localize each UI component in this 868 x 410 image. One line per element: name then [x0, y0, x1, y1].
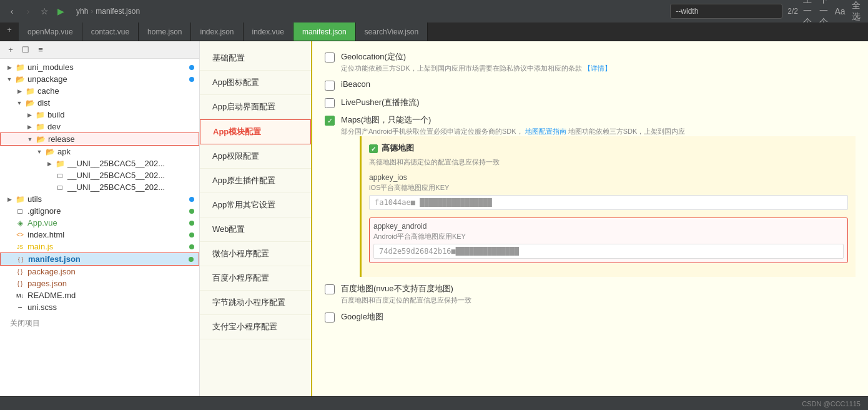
tree-item-pagesjson[interactable]: { }pages.json	[0, 278, 199, 289]
tree-icon-cache: 📁	[25, 87, 35, 96]
config-nav-bytedance[interactable]: 字节跳动小程序配置	[200, 291, 311, 315]
config-nav-basic[interactable]: 基础配置	[200, 46, 311, 71]
geolocation-desc-text: 定位功能依赖三方SDK，上架到国内应用市场需要在隐私协议中添加相应的条款	[341, 64, 582, 72]
tree-label-pagesjson: pages.json	[27, 279, 199, 288]
tab-manifest[interactable]: manifest.json	[293, 22, 356, 41]
tree-label-appvue: App.vue	[27, 218, 189, 228]
config-nav-web[interactable]: Web配置	[200, 218, 311, 242]
tab-add-button[interactable]: +	[2, 22, 16, 36]
appkey-ios-sublabel: iOS平台高德地图应用KEY	[369, 183, 848, 192]
tab-home[interactable]: home.json	[139, 22, 191, 41]
appkey-ios-input[interactable]	[369, 195, 848, 210]
maps-checkbox[interactable]: ✓	[325, 116, 335, 126]
tree-icon-uni2: □	[55, 171, 65, 180]
tree-arrow-release: ▼	[26, 136, 34, 142]
search-area: 2/2 上一个 下一个 Aa 全选	[670, 4, 863, 19]
tree-dot-manifestjson	[189, 257, 194, 262]
livepusher-row: LivePusher(直播推流)	[325, 97, 856, 108]
tree-arrow-cache: ▶	[15, 88, 24, 94]
sidebar-menu-button[interactable]: ≡	[35, 44, 46, 56]
tree-item-apk[interactable]: ▼📂apk	[0, 146, 199, 158]
tree-arrow-dev: ▶	[25, 124, 34, 130]
livepusher-checkbox[interactable]	[325, 98, 335, 108]
tree-item-indexhtml[interactable]: <>index.html	[0, 229, 199, 241]
config-nav-alipay[interactable]: 支付宝小程序配置	[200, 315, 311, 339]
tree-item-dist[interactable]: ▼📂dist	[0, 97, 199, 109]
tree-dot-appvue	[189, 221, 194, 226]
config-nav-weixin[interactable]: 微信小程序配置	[200, 242, 311, 266]
baidu-map-checkbox[interactable]	[325, 284, 335, 294]
google-map-checkbox[interactable]	[325, 312, 335, 322]
config-nav-app_splash[interactable]: App启动界面配置	[200, 95, 311, 119]
tree-item-mainjs[interactable]: JSmain.js	[0, 241, 199, 252]
ibeacon-checkbox[interactable]	[325, 81, 335, 91]
search-regex-button[interactable]: 全选	[849, 4, 863, 18]
sidebar-collapse-button[interactable]: ☐	[20, 44, 31, 56]
close-project-label[interactable]: 关闭项目	[0, 316, 199, 331]
tree-label-release: release	[48, 134, 199, 144]
geolocation-link[interactable]: 【详情】	[584, 64, 611, 72]
geolocation-checkbox[interactable]	[325, 52, 335, 62]
tree-item-uni1[interactable]: ▶📁__UNI__25BCAC5__202...	[0, 158, 199, 169]
tree-label-packagejson: package.json	[27, 267, 199, 276]
config-nav-app_icon[interactable]: App图标配置	[200, 71, 311, 95]
tab-openMap[interactable]: openMap.vue	[19, 22, 82, 41]
tree-item-uni_modules[interactable]: ▶📁uni_modules	[0, 61, 199, 73]
tab-contact[interactable]: contact.vue	[82, 22, 139, 41]
config-nav: 基础配置App图标配置App启动界面配置App模块配置App权限配置App原生插…	[200, 41, 312, 396]
maps-link[interactable]: 地图配置指南	[525, 128, 566, 135]
nav-back-button[interactable]: ‹	[5, 4, 19, 18]
tree-label-cache: cache	[37, 86, 199, 96]
appkey-android-input[interactable]	[373, 244, 844, 259]
tree-item-appvue[interactable]: ◈App.vue	[0, 217, 199, 229]
config-nav-app_plugin[interactable]: App原生插件配置	[200, 169, 311, 193]
search-next-button[interactable]: 下一个	[817, 4, 831, 18]
tree-item-gitignore[interactable]: □.gitignore	[0, 205, 199, 217]
search-controls: 2/2 上一个 下一个 Aa 全选	[787, 4, 863, 18]
tree-label-indexhtml: index.html	[27, 230, 189, 239]
breadcrumb-sep: ›	[91, 7, 93, 16]
nav-run-button[interactable]: ▶	[54, 4, 67, 18]
config-nav-app_other[interactable]: App常用其它设置	[200, 193, 311, 218]
gaode-checkbox[interactable]: ✓	[369, 144, 378, 153]
tree-item-uni3[interactable]: □__UNI__25BCAC5__202...	[0, 181, 199, 193]
tree-arrow-apk: ▼	[35, 149, 44, 155]
tabs-container: openMap.vuecontact.vuehome.jsonindex.jso…	[19, 22, 868, 41]
maps-desc: 部分国产Android手机获取位置必须申请定位服务商的SDK， 地图配置指南 地…	[341, 127, 856, 136]
tree-item-readme[interactable]: M↓README.md	[0, 289, 199, 301]
tab-index_vue[interactable]: index.vue	[244, 22, 293, 41]
appkey-android-group: appkey_android Android平台高德地图应用KEY	[369, 218, 848, 263]
tree-label-apk: apk	[57, 147, 199, 156]
tree-item-cache[interactable]: ▶📁cache	[0, 85, 199, 97]
tree-item-release[interactable]: ▼📂release	[0, 132, 199, 146]
tree-label-uni3: __UNI__25BCAC5__202...	[67, 182, 199, 192]
tree-item-dev[interactable]: ▶📁dev	[0, 121, 199, 132]
tree-icon-gitignore: □	[15, 207, 25, 216]
appkey-ios-label: appkey_ios	[369, 173, 848, 182]
nav-forward-button[interactable]: ›	[21, 4, 35, 18]
tree-icon-mainjs: JS	[15, 244, 25, 250]
tree-item-utils[interactable]: ▶📁utils	[0, 193, 199, 205]
tree-item-unpackage[interactable]: ▼📂unpackage	[0, 73, 199, 85]
tab-searchView[interactable]: searchView.json	[356, 22, 428, 41]
config-nav-app_module[interactable]: App模块配置	[200, 119, 311, 144]
tab-index_json[interactable]: index.json	[191, 22, 243, 41]
tree-item-packagejson[interactable]: { }package.json	[0, 266, 199, 278]
config-nav-items: 基础配置App图标配置App启动界面配置App模块配置App权限配置App原生插…	[200, 46, 311, 339]
tree-item-uni2[interactable]: □__UNI__25BCAC5__202...	[0, 169, 199, 181]
nav-bookmark-button[interactable]: ☆	[37, 4, 51, 18]
tree-label-utils: utils	[27, 194, 189, 204]
baidu-map-row: 百度地图(nvue不支持百度地图) 百度地图和百度定位的配置信息应保持一致	[325, 283, 856, 305]
tree-item-build[interactable]: ▶📁build	[0, 109, 199, 121]
tree-icon-uni1: 📁	[55, 159, 65, 168]
tree-item-unicss[interactable]: ~uni.scss	[0, 301, 199, 313]
tree-icon-pagesjson: { }	[15, 281, 25, 287]
search-prev-button[interactable]: 上一个	[801, 4, 814, 18]
sidebar-add-button[interactable]: +	[5, 44, 16, 56]
tree-item-manifestjson[interactable]: { }manifest.json	[0, 252, 199, 266]
search-input[interactable]	[670, 4, 782, 19]
tree-icon-unicss: ~	[15, 303, 25, 312]
config-nav-app_permission[interactable]: App权限配置	[200, 144, 311, 169]
config-nav-baidu[interactable]: 百度小程序配置	[200, 266, 311, 291]
search-options-button[interactable]: Aa	[833, 4, 847, 18]
